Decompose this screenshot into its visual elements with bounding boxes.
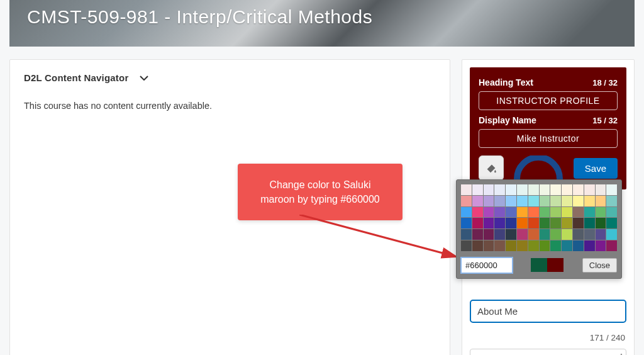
color-swatch[interactable] (584, 229, 595, 240)
color-swatch[interactable] (584, 207, 595, 218)
color-swatch[interactable] (562, 207, 572, 218)
color-swatch[interactable] (528, 240, 539, 251)
color-swatch[interactable] (494, 240, 505, 251)
color-swatch[interactable] (506, 240, 516, 251)
color-swatch[interactable] (584, 240, 595, 251)
color-swatch[interactable] (528, 207, 539, 218)
color-swatch[interactable] (517, 240, 528, 251)
color-swatch[interactable] (550, 207, 561, 218)
color-swatch[interactable] (596, 207, 606, 218)
color-swatch[interactable] (461, 184, 472, 195)
color-swatch[interactable] (494, 229, 505, 240)
color-swatch[interactable] (596, 240, 606, 251)
color-swatch[interactable] (528, 229, 539, 240)
color-swatch[interactable] (584, 184, 595, 195)
color-swatch[interactable] (472, 218, 483, 228)
color-swatch[interactable] (528, 196, 539, 206)
color-swatch[interactable] (596, 184, 606, 195)
color-swatch[interactable] (517, 218, 528, 228)
color-swatch[interactable] (484, 229, 494, 240)
color-swatch[interactable] (540, 207, 550, 218)
color-swatch[interactable] (494, 218, 505, 228)
color-swatch[interactable] (461, 207, 472, 218)
color-swatch[interactable] (472, 196, 483, 206)
course-title: CMST-509-981 - Interp/Critical Methods (27, 6, 372, 28)
color-swatch[interactable] (573, 184, 584, 195)
color-swatch[interactable] (472, 207, 483, 218)
color-swatch[interactable] (606, 207, 617, 218)
color-swatch[interactable] (484, 184, 494, 195)
color-swatch[interactable] (562, 218, 572, 228)
color-swatch[interactable] (517, 207, 528, 218)
color-swatch[interactable] (540, 196, 550, 206)
color-swatch[interactable] (550, 218, 561, 228)
color-swatch[interactable] (562, 229, 572, 240)
color-swatch[interactable] (562, 240, 572, 251)
color-swatch-grid (461, 184, 617, 251)
display-name-input[interactable]: Mike Instructor (479, 129, 618, 148)
color-swatch[interactable] (573, 207, 584, 218)
color-swatch[interactable] (484, 218, 494, 228)
color-swatch[interactable] (562, 184, 572, 195)
color-swatch[interactable] (550, 184, 561, 195)
color-swatch[interactable] (550, 196, 561, 206)
avatar-image (514, 155, 563, 181)
color-swatch[interactable] (461, 196, 472, 206)
color-swatch[interactable] (528, 218, 539, 228)
color-swatch[interactable] (506, 218, 516, 228)
color-swatch[interactable] (540, 184, 550, 195)
color-swatch[interactable] (596, 229, 606, 240)
bio-textarea[interactable]: I've been a teacher at Brightspace Unive… (470, 349, 626, 355)
about-heading-input[interactable]: About Me (470, 300, 626, 323)
color-swatch[interactable] (573, 240, 584, 251)
color-swatch[interactable] (606, 196, 617, 206)
color-swatch[interactable] (596, 218, 606, 228)
color-swatch[interactable] (562, 196, 572, 206)
color-swatch[interactable] (517, 196, 528, 206)
color-swatch[interactable] (606, 218, 617, 228)
color-swatch[interactable] (494, 196, 505, 206)
color-swatch[interactable] (472, 240, 483, 251)
color-swatch[interactable] (461, 240, 472, 251)
color-swatch[interactable] (573, 229, 584, 240)
color-swatch[interactable] (472, 229, 483, 240)
color-swatch[interactable] (606, 229, 617, 240)
color-swatch[interactable] (506, 229, 516, 240)
color-swatch[interactable] (550, 240, 561, 251)
color-dropper-button[interactable] (479, 155, 504, 181)
color-swatch[interactable] (540, 229, 550, 240)
content-navigator-toggle[interactable]: D2L Content Navigator (24, 72, 436, 83)
color-swatch[interactable] (584, 196, 595, 206)
heading-text-input[interactable]: INSTRUCTOR PROFILE (479, 91, 618, 110)
color-swatch[interactable] (573, 196, 584, 206)
color-swatch[interactable] (596, 196, 606, 206)
color-swatch[interactable] (528, 184, 539, 195)
color-swatch[interactable] (484, 240, 494, 251)
color-swatch[interactable] (550, 229, 561, 240)
color-swatch[interactable] (494, 207, 505, 218)
save-button[interactable]: Save (574, 158, 618, 179)
color-swatch[interactable] (584, 218, 595, 228)
color-swatch[interactable] (517, 229, 528, 240)
display-name-label: Display Name (479, 115, 536, 125)
color-swatch[interactable] (606, 184, 617, 195)
color-swatch[interactable] (506, 184, 516, 195)
color-swatch[interactable] (494, 184, 505, 195)
color-swatch[interactable] (472, 184, 483, 195)
bio-character-count: 171 / 240 (470, 333, 625, 342)
heading-text-count: 18 / 32 (592, 78, 618, 87)
color-swatch[interactable] (573, 218, 584, 228)
close-button[interactable]: Close (582, 258, 617, 273)
color-swatch[interactable] (506, 207, 516, 218)
color-swatch[interactable] (540, 218, 550, 228)
color-swatch[interactable] (461, 218, 472, 228)
color-swatch[interactable] (606, 240, 617, 251)
hex-color-input[interactable] (461, 257, 513, 273)
scroll-up-icon[interactable]: ▲ (618, 351, 625, 355)
color-swatch[interactable] (461, 229, 472, 240)
color-swatch[interactable] (484, 196, 494, 206)
color-swatch[interactable] (540, 240, 550, 251)
color-swatch[interactable] (517, 184, 528, 195)
color-swatch[interactable] (484, 207, 494, 218)
color-swatch[interactable] (506, 196, 516, 206)
